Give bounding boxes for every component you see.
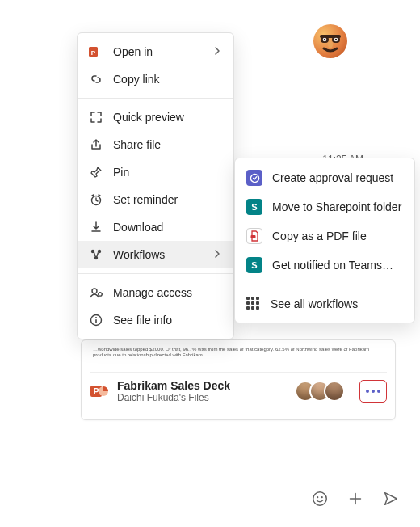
workflow-copy-pdf[interactable]: Copy as a PDF file [235,221,414,251]
submenu-label: Copy as a PDF file [272,230,367,242]
info-icon [89,313,103,327]
svg-point-5 [324,39,326,40]
svg-point-20 [95,317,97,318]
send-button[interactable] [381,489,401,508]
menu-workflows[interactable]: Workflows [78,241,233,268]
file-subtitle: Daichi Fukuda's Files [117,392,287,403]
menu-see-file-info[interactable]: See file info [78,306,233,334]
clock-icon [89,192,103,207]
menu-label: Copy link [113,73,160,86]
svg-point-25 [317,496,318,498]
chat-area: 11:25 AM …worldwide sales topped $2000. … [0,0,420,470]
pin-icon [89,165,103,179]
menu-download[interactable]: Download [78,213,233,241]
menu-label: Open in [113,45,153,58]
compose-bar [10,479,410,517]
svg-point-7 [328,40,333,48]
menu-label: See file info [113,314,172,327]
menu-label: Download [113,221,163,234]
svg-point-24 [313,491,327,505]
workflows-icon [89,247,103,262]
message-input[interactable] [19,479,294,517]
menu-manage-access[interactable]: Manage access [78,279,233,306]
svg-rect-21 [95,319,97,323]
menu-copy-link[interactable]: Copy link [78,65,233,93]
menu-label: Pin [113,166,129,179]
svg-point-17 [92,289,97,293]
collaborator-avatars[interactable] [295,381,345,402]
plus-icon [346,490,364,508]
download-icon [89,220,103,234]
file-context-menu: P Open in Copy link Quick preview Share [77,32,234,339]
expand-icon [89,110,103,124]
menu-label: Manage access [113,286,192,299]
manage-access-icon [89,285,103,300]
workflow-see-all[interactable]: See all workflows [235,290,414,318]
workflow-get-notified[interactable]: S Get notified on Teams… [235,251,414,280]
file-title: Fabrikam Sales Deck [117,379,287,392]
collaborator-avatar [324,381,345,402]
menu-quick-preview[interactable]: Quick preview [78,103,233,131]
svg-rect-2 [320,35,341,38]
svg-rect-23 [251,235,256,238]
sharepoint-icon: S [246,199,262,215]
svg-point-18 [99,293,102,296]
send-icon [382,490,400,508]
menu-label: Set reminder [113,193,178,206]
workflow-create-approval[interactable]: Create approval request [235,163,414,192]
menu-label: Workflows [113,248,165,261]
chevron-right-icon [212,248,222,261]
svg-point-16 [94,256,98,259]
svg-text:P: P [91,49,96,57]
menu-pin[interactable]: Pin [78,158,233,186]
workflows-submenu: Create approval request S Move to Sharep… [234,158,415,323]
submenu-label: Create approval request [272,171,393,184]
add-button[interactable] [346,489,365,508]
file-attachment-card[interactable]: …worldwide sales topped $2000. Of that, … [81,339,396,420]
avatar [313,24,347,58]
menu-label: Share file [113,138,161,151]
submenu-label: See all workflows [271,297,358,310]
share-icon [89,137,103,152]
menu-open-in[interactable]: P Open in [78,38,233,65]
link-icon [89,72,103,86]
svg-point-26 [321,496,323,498]
menu-separator [235,285,414,285]
chevron-right-icon [212,45,222,58]
more-icon [366,390,380,393]
powerpoint-icon: P [90,382,109,401]
emoji-button[interactable] [310,489,330,508]
pdf-icon [246,228,262,244]
file-more-button[interactable] [359,380,387,403]
submenu-label: Move to Sharepoint folder [272,200,401,213]
menu-separator [78,98,233,99]
submenu-label: Get notified on Teams… [272,259,393,272]
approval-icon [246,170,262,186]
workflow-move-sharepoint[interactable]: S Move to Sharepoint folder [235,192,414,221]
apps-grid-icon [246,297,261,311]
svg-text:P: P [94,387,99,396]
menu-separator [78,273,233,274]
emoji-icon [311,490,329,508]
disguise-face-icon [317,28,343,54]
menu-set-reminder[interactable]: Set reminder [78,186,233,213]
file-thumbnail-text: …worldwide sales topped $2000. Of that, … [90,347,387,373]
powerpoint-icon: P [89,44,103,59]
sharepoint-icon: S [246,257,262,273]
svg-point-6 [335,39,337,40]
menu-share-file[interactable]: Share file [78,131,233,158]
menu-label: Quick preview [113,111,184,124]
